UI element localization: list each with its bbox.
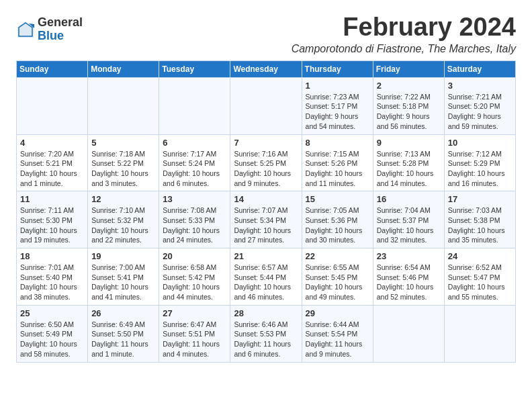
calendar-cell: 20Sunrise: 6:58 AM Sunset: 5:42 PM Dayli… (159, 248, 230, 306)
day-info: Sunrise: 6:52 AM Sunset: 5:47 PM Dayligh… (448, 263, 512, 302)
day-number: 23 (377, 251, 441, 261)
day-info: Sunrise: 6:50 AM Sunset: 5:49 PM Dayligh… (20, 320, 84, 359)
day-info: Sunrise: 7:05 AM Sunset: 5:36 PM Dayligh… (306, 205, 369, 245)
page-header: General Blue February 2024 Camporotondo … (16, 13, 516, 55)
day-info: Sunrise: 6:47 AM Sunset: 5:51 PM Dayligh… (163, 320, 226, 359)
day-info: Sunrise: 7:20 AM Sunset: 5:21 PM Dayligh… (20, 149, 84, 189)
day-info: Sunrise: 7:16 AM Sunset: 5:25 PM Dayligh… (234, 149, 298, 189)
day-number: 11 (20, 194, 84, 204)
calendar-week-row: 11Sunrise: 7:11 AM Sunset: 5:30 PM Dayli… (17, 191, 516, 248)
day-info: Sunrise: 6:54 AM Sunset: 5:46 PM Dayligh… (377, 263, 441, 302)
calendar-cell: 15Sunrise: 7:05 AM Sunset: 5:36 PM Dayli… (302, 191, 373, 248)
day-info: Sunrise: 7:10 AM Sunset: 5:32 PM Dayligh… (91, 205, 155, 245)
calendar-cell: 6Sunrise: 7:17 AM Sunset: 5:24 PM Daylig… (159, 134, 230, 191)
col-header-saturday: Saturday (444, 60, 515, 77)
day-number: 6 (163, 138, 226, 148)
calendar-cell: 2Sunrise: 7:22 AM Sunset: 5:18 PM Daylig… (373, 77, 444, 134)
day-number: 22 (306, 251, 369, 261)
day-info: Sunrise: 7:12 AM Sunset: 5:29 PM Dayligh… (448, 149, 512, 189)
calendar-cell: 5Sunrise: 7:18 AM Sunset: 5:22 PM Daylig… (88, 134, 159, 191)
day-number: 26 (91, 308, 155, 318)
col-header-wednesday: Wednesday (230, 60, 302, 77)
day-info: Sunrise: 6:46 AM Sunset: 5:53 PM Dayligh… (234, 320, 298, 359)
day-info: Sunrise: 7:00 AM Sunset: 5:41 PM Dayligh… (91, 263, 155, 302)
logo-general: General (38, 16, 83, 30)
day-number: 10 (448, 138, 512, 148)
day-number: 27 (163, 308, 226, 318)
calendar-cell: 27Sunrise: 6:47 AM Sunset: 5:51 PM Dayli… (159, 305, 230, 362)
day-number: 17 (448, 194, 512, 204)
day-info: Sunrise: 7:04 AM Sunset: 5:37 PM Dayligh… (377, 205, 441, 245)
day-number: 3 (448, 81, 512, 91)
calendar-table: SundayMondayTuesdayWednesdayThursdayFrid… (16, 60, 516, 363)
day-number: 14 (234, 194, 298, 204)
calendar-cell: 28Sunrise: 6:46 AM Sunset: 5:53 PM Dayli… (230, 305, 302, 362)
calendar-cell: 16Sunrise: 7:04 AM Sunset: 5:37 PM Dayli… (373, 191, 444, 248)
day-number: 24 (448, 251, 512, 261)
calendar-cell: 8Sunrise: 7:15 AM Sunset: 5:26 PM Daylig… (302, 134, 373, 191)
calendar-cell: 25Sunrise: 6:50 AM Sunset: 5:49 PM Dayli… (17, 305, 88, 362)
day-info: Sunrise: 6:58 AM Sunset: 5:42 PM Dayligh… (163, 263, 226, 302)
day-info: Sunrise: 6:55 AM Sunset: 5:45 PM Dayligh… (306, 263, 369, 302)
day-number: 16 (377, 194, 441, 204)
day-number: 28 (234, 308, 298, 318)
month-title: February 2024 (292, 13, 516, 42)
col-header-monday: Monday (88, 60, 159, 77)
calendar-cell: 12Sunrise: 7:10 AM Sunset: 5:32 PM Dayli… (88, 191, 159, 248)
day-info: Sunrise: 7:23 AM Sunset: 5:17 PM Dayligh… (306, 92, 369, 132)
calendar-cell: 13Sunrise: 7:08 AM Sunset: 5:33 PM Dayli… (159, 191, 230, 248)
calendar-cell: 3Sunrise: 7:21 AM Sunset: 5:20 PM Daylig… (444, 77, 515, 134)
day-info: Sunrise: 7:08 AM Sunset: 5:33 PM Dayligh… (163, 205, 226, 245)
calendar-cell: 10Sunrise: 7:12 AM Sunset: 5:29 PM Dayli… (444, 134, 515, 191)
day-info: Sunrise: 6:44 AM Sunset: 5:54 PM Dayligh… (306, 320, 369, 359)
day-number: 8 (306, 138, 369, 148)
day-info: Sunrise: 7:11 AM Sunset: 5:30 PM Dayligh… (20, 205, 84, 245)
logo-icon (16, 20, 35, 39)
calendar-cell: 18Sunrise: 7:01 AM Sunset: 5:40 PM Dayli… (17, 248, 88, 306)
calendar-cell: 19Sunrise: 7:00 AM Sunset: 5:41 PM Dayli… (88, 248, 159, 306)
day-number: 5 (91, 138, 155, 148)
logo: General Blue (16, 16, 83, 43)
title-block: February 2024 Camporotondo di Fiastrone,… (292, 13, 516, 55)
calendar-cell: 21Sunrise: 6:57 AM Sunset: 5:44 PM Dayli… (230, 248, 302, 306)
calendar-cell: 17Sunrise: 7:03 AM Sunset: 5:38 PM Dayli… (444, 191, 515, 248)
calendar-cell (88, 77, 159, 134)
calendar-header-row: SundayMondayTuesdayWednesdayThursdayFrid… (17, 60, 516, 77)
day-number: 1 (306, 81, 369, 91)
calendar-cell: 22Sunrise: 6:55 AM Sunset: 5:45 PM Dayli… (302, 248, 373, 306)
calendar-cell: 9Sunrise: 7:13 AM Sunset: 5:28 PM Daylig… (373, 134, 444, 191)
day-number: 7 (234, 138, 298, 148)
day-number: 15 (306, 194, 369, 204)
day-info: Sunrise: 7:03 AM Sunset: 5:38 PM Dayligh… (448, 205, 512, 245)
col-header-thursday: Thursday (302, 60, 373, 77)
calendar-cell (444, 305, 515, 362)
calendar-cell: 14Sunrise: 7:07 AM Sunset: 5:34 PM Dayli… (230, 191, 302, 248)
calendar-cell (159, 77, 230, 134)
day-number: 2 (377, 81, 441, 91)
logo-text: General Blue (38, 16, 83, 43)
day-number: 9 (377, 138, 441, 148)
day-info: Sunrise: 7:17 AM Sunset: 5:24 PM Dayligh… (163, 149, 226, 189)
calendar-cell: 29Sunrise: 6:44 AM Sunset: 5:54 PM Dayli… (302, 305, 373, 362)
col-header-tuesday: Tuesday (159, 60, 230, 77)
day-info: Sunrise: 6:49 AM Sunset: 5:50 PM Dayligh… (91, 320, 155, 359)
col-header-friday: Friday (373, 60, 444, 77)
day-number: 19 (91, 251, 155, 261)
calendar-week-row: 25Sunrise: 6:50 AM Sunset: 5:49 PM Dayli… (17, 305, 516, 362)
day-number: 20 (163, 251, 226, 261)
day-info: Sunrise: 7:07 AM Sunset: 5:34 PM Dayligh… (234, 205, 298, 245)
calendar-cell (230, 77, 302, 134)
day-number: 21 (234, 251, 298, 261)
location: Camporotondo di Fiastrone, The Marches, … (292, 43, 516, 55)
calendar-cell: 7Sunrise: 7:16 AM Sunset: 5:25 PM Daylig… (230, 134, 302, 191)
day-info: Sunrise: 7:15 AM Sunset: 5:26 PM Dayligh… (306, 149, 369, 189)
day-number: 25 (20, 308, 84, 318)
day-number: 4 (20, 138, 84, 148)
calendar-cell: 26Sunrise: 6:49 AM Sunset: 5:50 PM Dayli… (88, 305, 159, 362)
calendar-cell (373, 305, 444, 362)
calendar-cell: 23Sunrise: 6:54 AM Sunset: 5:46 PM Dayli… (373, 248, 444, 306)
day-info: Sunrise: 7:18 AM Sunset: 5:22 PM Dayligh… (91, 149, 155, 189)
day-number: 13 (163, 194, 226, 204)
logo-blue: Blue (38, 30, 83, 43)
day-info: Sunrise: 6:57 AM Sunset: 5:44 PM Dayligh… (234, 263, 298, 302)
